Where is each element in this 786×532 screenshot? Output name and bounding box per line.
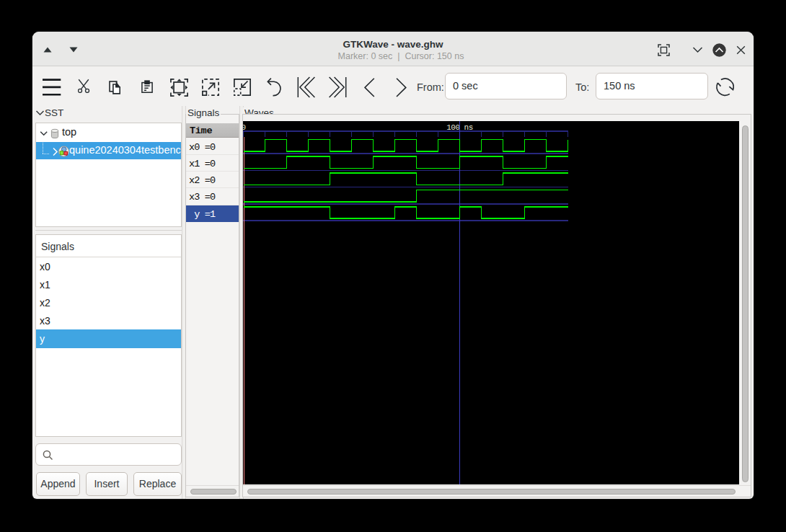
svg-text:0: 0	[243, 123, 246, 132]
